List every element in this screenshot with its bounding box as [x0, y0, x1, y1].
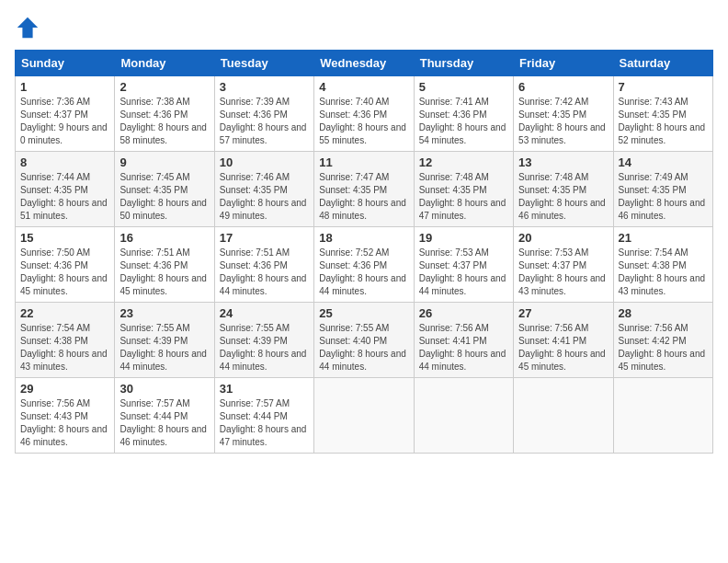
day-number: 21 — [619, 231, 708, 245]
day-number: 8 — [20, 155, 109, 169]
calendar-cell: 21 Sunrise: 7:54 AMSunset: 4:38 PMDaylig… — [613, 227, 712, 303]
calendar-cell: 17 Sunrise: 7:51 AMSunset: 4:36 PMDaylig… — [214, 227, 313, 303]
day-number: 15 — [20, 231, 109, 245]
calendar-week-1: 1 Sunrise: 7:36 AMSunset: 4:37 PMDayligh… — [16, 76, 713, 152]
day-number: 28 — [619, 306, 708, 320]
calendar-cell: 30 Sunrise: 7:57 AMSunset: 4:44 PMDaylig… — [115, 378, 214, 454]
day-info: Sunrise: 7:57 AMSunset: 4:44 PMDaylight:… — [119, 398, 207, 447]
day-number: 31 — [220, 382, 309, 396]
day-number: 14 — [619, 155, 708, 169]
day-number: 12 — [419, 155, 508, 169]
calendar-cell: 15 Sunrise: 7:50 AMSunset: 4:36 PMDaylig… — [16, 227, 115, 303]
day-number: 29 — [20, 382, 109, 396]
svg-marker-0 — [17, 17, 38, 38]
day-info: Sunrise: 7:40 AMSunset: 4:36 PMDaylight:… — [319, 97, 406, 145]
calendar-cell: 4 Sunrise: 7:40 AMSunset: 4:36 PMDayligh… — [314, 76, 414, 152]
logo-icon — [15, 15, 40, 40]
day-info: Sunrise: 7:43 AMSunset: 4:35 PMDaylight:… — [619, 97, 706, 145]
calendar-cell: 1 Sunrise: 7:36 AMSunset: 4:37 PMDayligh… — [16, 76, 115, 152]
day-number: 4 — [319, 80, 408, 94]
day-number: 10 — [220, 155, 309, 169]
day-info: Sunrise: 7:53 AMSunset: 4:37 PMDaylight:… — [419, 247, 506, 296]
calendar-cell — [314, 378, 414, 454]
day-info: Sunrise: 7:49 AMSunset: 4:35 PMDaylight:… — [619, 172, 706, 221]
calendar-cell: 31 Sunrise: 7:57 AMSunset: 4:44 PMDaylig… — [214, 378, 313, 454]
calendar-cell: 13 Sunrise: 7:48 AMSunset: 4:35 PMDaylig… — [514, 152, 613, 227]
day-info: Sunrise: 7:48 AMSunset: 4:35 PMDaylight:… — [419, 172, 506, 221]
weekday-header-saturday: Saturday — [613, 51, 712, 76]
weekday-header-thursday: Thursday — [414, 51, 513, 76]
day-info: Sunrise: 7:39 AMSunset: 4:36 PMDaylight:… — [220, 97, 307, 145]
day-info: Sunrise: 7:38 AMSunset: 4:36 PMDaylight:… — [119, 97, 207, 145]
calendar-cell: 28 Sunrise: 7:56 AMSunset: 4:42 PMDaylig… — [613, 303, 712, 378]
calendar-cell: 14 Sunrise: 7:49 AMSunset: 4:35 PMDaylig… — [613, 152, 712, 227]
calendar-cell: 9 Sunrise: 7:45 AMSunset: 4:35 PMDayligh… — [115, 152, 214, 227]
day-info: Sunrise: 7:56 AMSunset: 4:41 PMDaylight:… — [419, 323, 506, 372]
day-number: 25 — [319, 306, 408, 320]
day-info: Sunrise: 7:56 AMSunset: 4:42 PMDaylight:… — [619, 323, 706, 372]
day-number: 13 — [518, 155, 608, 169]
day-number: 23 — [119, 306, 209, 320]
calendar-cell: 20 Sunrise: 7:53 AMSunset: 4:37 PMDaylig… — [514, 227, 613, 303]
calendar-cell: 11 Sunrise: 7:47 AMSunset: 4:35 PMDaylig… — [314, 152, 414, 227]
day-info: Sunrise: 7:55 AMSunset: 4:39 PMDaylight:… — [220, 323, 307, 372]
calendar-cell — [514, 378, 613, 454]
day-info: Sunrise: 7:46 AMSunset: 4:35 PMDaylight:… — [220, 172, 307, 221]
calendar-week-5: 29 Sunrise: 7:56 AMSunset: 4:43 PMDaylig… — [16, 378, 713, 454]
day-number: 11 — [319, 155, 408, 169]
day-info: Sunrise: 7:45 AMSunset: 4:35 PMDaylight:… — [119, 172, 207, 221]
calendar-week-4: 22 Sunrise: 7:54 AMSunset: 4:38 PMDaylig… — [16, 303, 713, 378]
calendar-week-2: 8 Sunrise: 7:44 AMSunset: 4:35 PMDayligh… — [16, 152, 713, 227]
calendar-cell: 29 Sunrise: 7:56 AMSunset: 4:43 PMDaylig… — [16, 378, 115, 454]
day-number: 6 — [518, 80, 608, 94]
calendar-cell: 25 Sunrise: 7:55 AMSunset: 4:40 PMDaylig… — [314, 303, 414, 378]
calendar-cell: 19 Sunrise: 7:53 AMSunset: 4:37 PMDaylig… — [414, 227, 513, 303]
day-info: Sunrise: 7:36 AMSunset: 4:37 PMDaylight:… — [20, 97, 108, 145]
day-info: Sunrise: 7:55 AMSunset: 4:40 PMDaylight:… — [319, 323, 406, 372]
day-number: 30 — [119, 382, 209, 396]
day-number: 22 — [20, 306, 109, 320]
day-info: Sunrise: 7:51 AMSunset: 4:36 PMDaylight:… — [220, 247, 307, 296]
day-info: Sunrise: 7:41 AMSunset: 4:36 PMDaylight:… — [419, 97, 506, 145]
day-number: 1 — [20, 80, 109, 94]
weekday-header-row: SundayMondayTuesdayWednesdayThursdayFrid… — [16, 51, 713, 76]
calendar-cell: 3 Sunrise: 7:39 AMSunset: 4:36 PMDayligh… — [214, 76, 313, 152]
calendar-cell: 5 Sunrise: 7:41 AMSunset: 4:36 PMDayligh… — [414, 76, 513, 152]
calendar-body: 1 Sunrise: 7:36 AMSunset: 4:37 PMDayligh… — [16, 76, 713, 454]
day-info: Sunrise: 7:53 AMSunset: 4:37 PMDaylight:… — [518, 247, 606, 296]
calendar-table: SundayMondayTuesdayWednesdayThursdayFrid… — [15, 50, 713, 454]
day-info: Sunrise: 7:57 AMSunset: 4:44 PMDaylight:… — [220, 398, 307, 447]
calendar-cell: 12 Sunrise: 7:48 AMSunset: 4:35 PMDaylig… — [414, 152, 513, 227]
day-number: 7 — [619, 80, 708, 94]
calendar-week-3: 15 Sunrise: 7:50 AMSunset: 4:36 PMDaylig… — [16, 227, 713, 303]
weekday-header-friday: Friday — [514, 51, 613, 76]
weekday-header-tuesday: Tuesday — [214, 51, 313, 76]
calendar-cell: 8 Sunrise: 7:44 AMSunset: 4:35 PMDayligh… — [16, 152, 115, 227]
day-info: Sunrise: 7:56 AMSunset: 4:43 PMDaylight:… — [20, 398, 108, 447]
calendar-cell: 7 Sunrise: 7:43 AMSunset: 4:35 PMDayligh… — [613, 76, 712, 152]
day-info: Sunrise: 7:42 AMSunset: 4:35 PMDaylight:… — [518, 97, 606, 145]
day-info: Sunrise: 7:51 AMSunset: 4:36 PMDaylight:… — [119, 247, 207, 296]
day-info: Sunrise: 7:54 AMSunset: 4:38 PMDaylight:… — [20, 323, 108, 372]
weekday-header-wednesday: Wednesday — [314, 51, 414, 76]
day-info: Sunrise: 7:52 AMSunset: 4:36 PMDaylight:… — [319, 247, 406, 296]
calendar-cell: 6 Sunrise: 7:42 AMSunset: 4:35 PMDayligh… — [514, 76, 613, 152]
calendar-cell: 27 Sunrise: 7:56 AMSunset: 4:41 PMDaylig… — [514, 303, 613, 378]
day-info: Sunrise: 7:48 AMSunset: 4:35 PMDaylight:… — [518, 172, 606, 221]
day-number: 18 — [319, 231, 408, 245]
day-number: 27 — [518, 306, 608, 320]
calendar-cell: 16 Sunrise: 7:51 AMSunset: 4:36 PMDaylig… — [115, 227, 214, 303]
calendar-cell — [414, 378, 513, 454]
day-number: 5 — [419, 80, 508, 94]
calendar-cell — [613, 378, 712, 454]
day-info: Sunrise: 7:54 AMSunset: 4:38 PMDaylight:… — [619, 247, 706, 296]
day-number: 20 — [518, 231, 608, 245]
day-number: 17 — [220, 231, 309, 245]
day-info: Sunrise: 7:44 AMSunset: 4:35 PMDaylight:… — [20, 172, 108, 221]
weekday-header-sunday: Sunday — [16, 51, 115, 76]
day-number: 9 — [119, 155, 209, 169]
calendar-cell: 24 Sunrise: 7:55 AMSunset: 4:39 PMDaylig… — [214, 303, 313, 378]
calendar-cell: 26 Sunrise: 7:56 AMSunset: 4:41 PMDaylig… — [414, 303, 513, 378]
day-number: 26 — [419, 306, 508, 320]
day-info: Sunrise: 7:47 AMSunset: 4:35 PMDaylight:… — [319, 172, 406, 221]
